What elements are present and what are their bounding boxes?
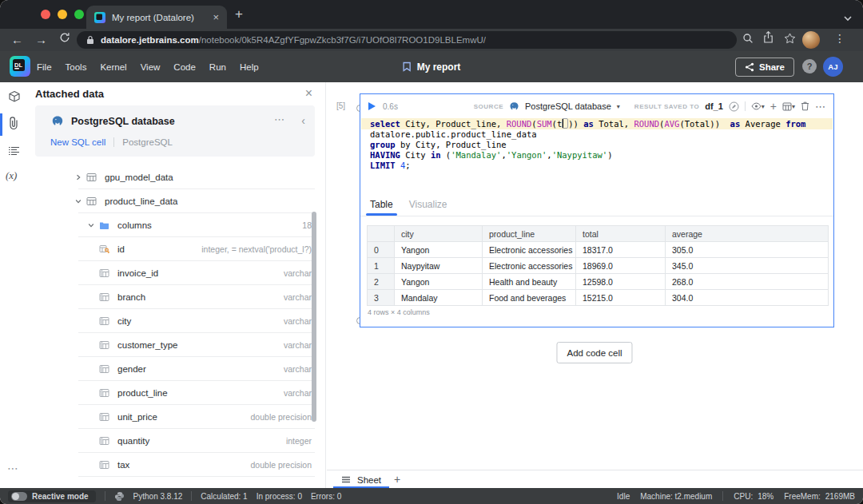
menu-view[interactable]: View [141,62,161,72]
row-index: 1 [368,258,395,274]
tab-table[interactable]: Table [370,199,393,210]
code-line[interactable]: select City, Product_line, ROUND(SUM(t))… [361,118,833,129]
new-sql-cell-link[interactable]: New SQL cell [50,137,105,147]
visibility-icon[interactable]: ▾ [751,102,765,110]
reload-icon[interactable] [59,32,70,46]
table-cell: Electronic accessories [483,242,576,258]
close-panel-icon[interactable]: × [305,86,312,101]
tree-item-columns[interactable]: columns18 [29,213,326,237]
rail-more-icon[interactable]: ⋯ [7,462,18,474]
tree-item-customer_type[interactable]: customer_typevarchar [29,333,326,357]
result-table: cityproduct_linetotalaverage 0YangonElec… [367,225,829,306]
sql-cell: 0.6s SOURCE PostgreSQL database ▾ RESULT… [360,93,834,327]
menu-run[interactable]: Run [209,62,226,72]
panel-scrollbar[interactable] [312,212,316,422]
add-code-cell-button[interactable]: Add code cell [556,342,632,363]
user-avatar[interactable]: AJ [823,57,843,77]
new-tab-button[interactable]: + [235,6,243,22]
python-version[interactable]: Python 3.8.12 [133,492,183,501]
postgresql-icon [509,101,519,112]
navigator-icon[interactable] [8,90,21,106]
notebook-title[interactable]: My report [403,51,461,82]
cpu-label: CPU: [734,492,753,501]
cell-runtime: 0.6s [383,102,398,111]
menu-code[interactable]: Code [173,62,196,72]
edit-name-icon[interactable] [729,101,739,112]
chevron-right-icon[interactable] [75,174,86,181]
share-page-icon[interactable] [763,31,774,46]
share-button[interactable]: Share [735,58,794,77]
browser-tab[interactable]: My report (Datalore) × [86,6,227,29]
back-icon[interactable]: ← [11,33,23,46]
add-sheet-button[interactable]: + [394,473,400,486]
sheet-tab[interactable]: Sheet [333,470,389,489]
sql-editor[interactable]: select City, Product_line, ROUND(SUM(t))… [361,118,833,171]
cell-options-icon[interactable]: ▾ [782,102,795,111]
code-line[interactable]: HAVING City in ('Mandalay','Yangon','Nay… [361,150,833,161]
table-cell: Yangon [395,242,483,258]
source-label: SOURCE [474,103,503,110]
variables-icon[interactable]: (x) [6,169,17,182]
reactive-mode-control[interactable]: Reactive mode [8,490,96,502]
add-below-icon[interactable]: + [770,101,777,111]
chevron-down-icon[interactable] [88,222,99,228]
tree-item-type: double precision [251,460,326,470]
chevron-down-icon[interactable] [75,198,86,204]
attached-data-icon[interactable] [8,117,19,133]
tree-item-product_line_data[interactable]: product_line_data [29,189,326,213]
tree-item-type: varchar [284,268,326,278]
tree-item-id[interactable]: idinteger, = nextval('product_l?) [29,237,326,261]
column-icon [99,292,109,302]
tree-item-quantity[interactable]: quantityinteger [29,429,326,453]
bookmark-star-icon[interactable] [784,33,796,47]
run-cell-icon[interactable] [368,102,376,110]
tree-item-type: varchar [284,316,326,326]
code-line[interactable]: datalore.public.product_line_data [361,129,833,140]
tree-item-label: product_line_data [105,196,177,206]
postgresql-tab[interactable]: PostgreSQL [122,137,173,147]
macos-close-button[interactable] [41,10,50,19]
tree-item-product_line[interactable]: product_linevarchar [29,381,326,405]
result-dataframe-name[interactable]: df_1 [705,101,723,111]
delete-cell-icon[interactable] [801,101,809,111]
collapse-icon[interactable]: ‹ [301,114,305,127]
tab-visualize[interactable]: Visualize [409,199,447,210]
outline-icon[interactable] [8,145,20,160]
forward-icon[interactable]: → [35,33,47,46]
macos-minimize-button[interactable] [58,10,67,19]
schema-tree: gpu_model_dataproduct_line_datacolumns18… [29,165,326,477]
bookmark-icon [403,62,412,72]
tree-item-invoice_id[interactable]: invoice_idvarchar [29,261,326,285]
reactive-mode-toggle[interactable] [11,492,27,501]
database-more-icon[interactable]: ⋯ [274,113,284,125]
menu-file[interactable]: File [37,62,52,72]
tree-item-tax[interactable]: taxdouble precision [29,453,326,477]
datalore-logo[interactable]: DL [10,56,30,80]
menu-kernel[interactable]: Kernel [100,62,126,72]
menu-tools[interactable]: Tools [66,62,87,72]
col-header-average: average [666,226,829,242]
browser-profile-avatar[interactable] [802,31,820,49]
tree-item-type: integer [286,436,326,446]
code-line[interactable]: group by City, Product_line [361,140,833,150]
tree-item-unit_price[interactable]: unit_pricedouble precision [29,405,326,429]
help-button[interactable]: ? [802,59,817,73]
machine-type[interactable]: Machine: t2.medium [640,492,712,501]
menu-help[interactable]: Help [240,62,259,72]
cell-more-icon[interactable]: ⋯ [815,101,825,113]
search-icon[interactable] [742,33,754,47]
sheet-menu-icon[interactable] [341,476,351,483]
tree-item-gender[interactable]: gendervarchar [29,357,326,381]
browser-menu-icon[interactable]: ⋮ [834,32,845,45]
macos-zoom-button[interactable] [74,10,84,19]
tree-item-gpu_model_data[interactable]: gpu_model_data [29,165,326,189]
table-cell: 18969.0 [576,258,666,274]
tab-close-icon[interactable]: × [213,11,219,23]
tab-search-chevron-icon[interactable] [843,10,853,25]
source-selector[interactable]: PostgreSQL database [525,101,611,111]
code-line[interactable]: LIMIT 4; [361,161,833,171]
tree-item-city[interactable]: cityvarchar [29,309,326,333]
tree-item-branch[interactable]: branchvarchar [29,285,326,309]
url-bar[interactable]: datalore.jetbrains.com/notebook/0k5R4AZg… [77,31,737,49]
chevron-down-icon[interactable]: ▾ [617,103,620,110]
